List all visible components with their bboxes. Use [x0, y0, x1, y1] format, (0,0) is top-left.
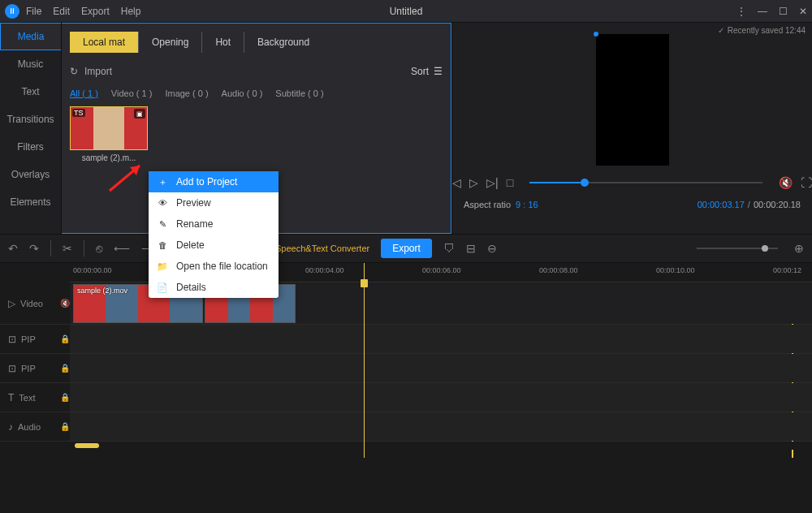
cm-open-location[interactable]: 📁Open the file location — [149, 256, 279, 277]
link-icon[interactable]: ⊟ — [466, 242, 476, 255]
seek-slider[interactable] — [529, 182, 762, 183]
filter-subtitle[interactable]: Subtitle ( 0 ) — [275, 88, 323, 98]
kebab-icon[interactable]: ⋮ — [736, 6, 746, 17]
ruler-mark: 00:00:06.00 — [422, 266, 461, 274]
category-tab-opening[interactable]: Opening — [139, 32, 202, 53]
pencil-icon: ✎ — [157, 219, 168, 230]
split-button[interactable]: ⎋ — [96, 242, 102, 255]
seek-thumb[interactable] — [581, 179, 589, 187]
playhead-handle[interactable] — [361, 279, 368, 287]
redo-button[interactable]: ↷ — [29, 242, 39, 255]
audio-track-icon: ♪ — [8, 421, 13, 433]
cm-label: Open the file location — [176, 261, 268, 272]
zoom-in-button[interactable]: ⊕ — [794, 242, 804, 255]
menu-file[interactable]: File — [26, 6, 41, 17]
scrollbar-thumb[interactable] — [75, 443, 99, 448]
undo-button[interactable]: ↶ — [8, 242, 18, 255]
preview-viewport[interactable] — [596, 34, 669, 166]
pip-track-icon: ⊡ — [8, 363, 16, 374]
zoom-slider-thumb[interactable] — [762, 245, 768, 252]
cut-button[interactable]: ✂ — [63, 242, 72, 255]
window-title: Untitled — [390, 6, 423, 17]
thumbnail-image: TS ▣ — [70, 106, 148, 150]
resize-handle-icon[interactable] — [594, 32, 598, 37]
document-icon: 📄 — [157, 282, 168, 293]
timeline-scrollbar[interactable] — [70, 442, 812, 450]
titlebar: ⏸ File Edit Export Help Untitled ⋮ — ☐ ✕ — [0, 0, 812, 23]
category-tab-hot[interactable]: Hot — [202, 32, 244, 53]
maximize-button[interactable]: ☐ — [779, 6, 788, 17]
mute-icon[interactable]: 🔇 — [60, 299, 70, 308]
text-track-content[interactable] — [70, 383, 812, 412]
menu-export[interactable]: Export — [81, 6, 110, 17]
category-tab-local[interactable]: Local mat — [70, 32, 139, 53]
menu-help[interactable]: Help — [121, 6, 141, 17]
menu-edit[interactable]: Edit — [53, 6, 70, 17]
cm-label: Details — [176, 282, 206, 293]
category-tab-background[interactable]: Background — [244, 32, 322, 53]
aspect-ratio-value[interactable]: 9 : 16 — [516, 200, 538, 209]
filter-video[interactable]: Video ( 1 ) — [111, 88, 153, 98]
recently-saved-text: Recently saved 12:44 — [728, 26, 806, 35]
filter-audio[interactable]: Audio ( 0 ) — [222, 88, 263, 98]
track-label: Video — [20, 299, 43, 308]
speech-text-converter-button[interactable]: Speech&Text Converter — [275, 244, 369, 253]
sidebar-item-music[interactable]: Music — [0, 50, 61, 78]
play-button[interactable]: ▷ — [469, 176, 478, 189]
recently-saved-label: ✓ Recently saved 12:44 — [718, 26, 806, 35]
sidebar-item-transitions[interactable]: Transitions — [0, 106, 61, 133]
cm-details[interactable]: 📄Details — [149, 277, 279, 298]
minimize-button[interactable]: — — [758, 6, 767, 17]
sidebar-item-text[interactable]: Text — [0, 78, 61, 106]
lock-icon[interactable]: 🔒 — [60, 334, 70, 343]
text-track-icon: T — [8, 392, 14, 403]
cm-label: Preview — [176, 197, 211, 209]
prev-frame-button[interactable]: ◁ — [452, 176, 461, 189]
import-button[interactable]: ↻ Import — [70, 66, 112, 77]
lock-icon[interactable]: 🔒 — [60, 364, 70, 373]
shield-icon[interactable]: ⛉ — [443, 242, 455, 255]
trim-left-button[interactable]: ⟵ — [114, 242, 130, 255]
timeline-toolbar: ↶ ↷ ✂ ⎋ ⟵ ⟶ ▣ ◑ 🎤 🖼 Speech&Text Converte… — [0, 234, 812, 263]
track-video: ▷ Video 🔇 sample (2).mov sample (2).mov — [0, 282, 812, 325]
sidebar-item-filters[interactable]: Filters — [0, 133, 61, 161]
camera-icon: ▣ — [134, 109, 145, 119]
track-pip-2: ⊡ PIP 🔒 — [0, 354, 812, 383]
pip-track-content[interactable] — [70, 325, 812, 353]
fullscreen-icon[interactable]: ⛶ — [801, 176, 812, 189]
total-time: 00:00:20.18 — [754, 200, 801, 209]
zoom-slider[interactable] — [697, 248, 778, 249]
stop-button[interactable]: □ — [507, 176, 513, 189]
sidebar-item-media[interactable]: Media — [0, 23, 61, 50]
cm-rename[interactable]: ✎Rename — [149, 213, 279, 235]
export-button[interactable]: Export — [381, 239, 432, 258]
pip-track-content[interactable] — [70, 354, 812, 382]
sort-label: Sort — [411, 66, 429, 77]
media-thumbnail[interactable]: TS ▣ sample (2).m... — [70, 106, 148, 162]
main-menu: File Edit Export Help — [26, 6, 140, 17]
track-text: T Text 🔒 — [0, 383, 812, 412]
ruler-mark: 00:00:08.00 — [539, 266, 578, 274]
trash-icon: 🗑 — [157, 240, 168, 250]
filter-image[interactable]: Image ( 0 ) — [165, 88, 208, 98]
next-frame-button[interactable]: ▷| — [486, 176, 499, 189]
zoom-out-button[interactable]: ⊖ — [487, 242, 497, 255]
aspect-ratio-label: Aspect ratio — [464, 200, 511, 209]
preview-panel: ✓ Recently saved 12:44 ◁ ▷ ▷| □ 🔇 ⛶ Aspe… — [451, 23, 812, 234]
lock-icon[interactable]: 🔒 — [60, 422, 70, 431]
lock-icon[interactable]: 🔒 — [60, 393, 70, 402]
volume-icon[interactable]: 🔇 — [779, 176, 793, 189]
filter-all[interactable]: All ( 1 ) — [70, 88, 98, 98]
audio-track-content[interactable] — [70, 412, 812, 441]
cm-preview[interactable]: 👁Preview — [149, 192, 279, 213]
import-label: Import — [84, 66, 112, 77]
sidebar-item-overlays[interactable]: Overlays — [0, 161, 61, 188]
close-button[interactable]: ✕ — [799, 6, 807, 17]
cm-label: Rename — [176, 218, 213, 230]
cm-add-to-project[interactable]: ＋Add to Project — [149, 171, 279, 192]
cm-delete[interactable]: 🗑Delete — [149, 235, 279, 256]
ruler-mark: 00:00:04.00 — [305, 266, 344, 274]
playhead-line — [364, 263, 365, 458]
sort-button[interactable]: Sort ☰ — [411, 66, 443, 77]
sidebar-item-elements[interactable]: Elements — [0, 188, 61, 216]
